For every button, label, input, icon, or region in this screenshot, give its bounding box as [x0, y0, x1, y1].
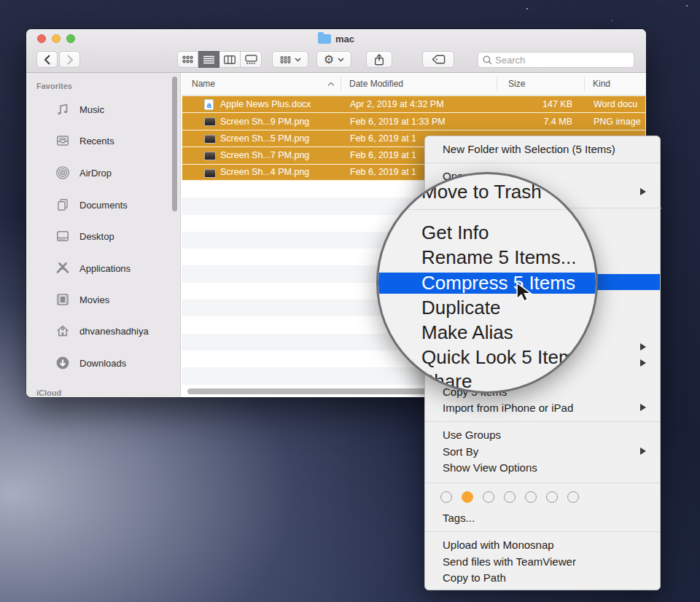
sidebar-item-applications[interactable]: Applications — [26, 257, 180, 279]
file-name: Screen Sh...4 PM.png — [182, 165, 341, 180]
home-icon — [55, 323, 71, 339]
star — [611, 20, 612, 21]
share-button[interactable] — [366, 51, 392, 68]
menu-item-sort-by[interactable]: Sort By — [425, 443, 660, 459]
tag-dot[interactable] — [567, 491, 579, 503]
downloads-icon — [55, 355, 71, 371]
file-name: Apple News Plus.docx — [182, 96, 341, 112]
file-date: Apr 2, 2019 at 4:32 PM — [350, 96, 496, 112]
sidebar-item-airdrop[interactable]: AirDrop — [26, 162, 180, 184]
sidebar-item-home[interactable]: dhvaneshadhiya — [26, 320, 180, 342]
sidebar-item-recents[interactable]: Recents — [26, 130, 180, 152]
column-header-name[interactable]: Name — [192, 73, 215, 95]
list-header: Name Date Modified Size Kind — [182, 73, 646, 95]
file-kind: PNG image — [594, 113, 646, 129]
gallery-view-button[interactable] — [241, 51, 262, 68]
menu-separator — [425, 421, 660, 422]
menu-item-duplicate[interactable]: Duplicate — [378, 295, 596, 320]
sidebar-item-downloads[interactable]: Downloads — [26, 352, 180, 374]
file-name: Screen Sh...7 PM.png — [182, 147, 341, 163]
table-row[interactable]: Screen Sh...9 PM.png Feb 6, 2019 at 1:33… — [182, 112, 646, 129]
forward-button[interactable] — [59, 51, 80, 68]
menu-item-new-folder[interactable]: New Folder with Selection (5 Items) — [425, 141, 660, 157]
file-size: 147 KB — [497, 96, 572, 112]
sidebar-item-label: Movies — [79, 294, 109, 305]
sidebar-item-label: Downloads — [79, 358, 126, 369]
recents-icon — [55, 133, 71, 149]
submenu-arrow-icon — [640, 404, 646, 411]
submenu-arrow-icon — [640, 359, 646, 367]
applications-icon — [55, 260, 71, 276]
file-name: Screen Sh...9 PM.png — [182, 113, 341, 129]
search-input[interactable] — [495, 55, 629, 66]
title-bar: mac — [26, 32, 646, 46]
file-name: Screen Sh...5 PM.png — [182, 130, 341, 146]
tags-button[interactable] — [422, 51, 454, 68]
window-title: mac — [335, 34, 354, 44]
tag-dot-orange[interactable] — [462, 491, 473, 503]
icon-view-button[interactable] — [177, 51, 198, 68]
sidebar-item-documents[interactable]: Documents — [26, 194, 180, 216]
tag-color-row — [425, 489, 660, 505]
submenu-arrow-icon — [640, 188, 646, 195]
group-by-button[interactable] — [272, 51, 308, 68]
menu-item-show-view-options[interactable]: Show View Options — [425, 459, 660, 475]
tag-dot[interactable] — [483, 491, 494, 503]
column-view-button[interactable] — [219, 51, 241, 68]
search-icon — [483, 55, 492, 65]
table-row[interactable]: a Apple News Plus.docx Apr 2, 2019 at 4:… — [182, 95, 646, 112]
column-divider[interactable] — [497, 77, 497, 91]
menu-separator — [425, 531, 660, 532]
window-chrome: mac — [26, 29, 646, 73]
menu-item-rename[interactable]: Rename 5 Items... — [378, 245, 596, 270]
gear-icon: ⚙ — [324, 52, 334, 66]
menu-item-upload-monosnap[interactable]: Upload with Monosnap — [425, 536, 660, 552]
search-field[interactable] — [478, 52, 634, 68]
chevron-left-icon — [44, 55, 51, 65]
submenu-arrow-icon — [640, 447, 646, 455]
menu-item-send-teamviewer[interactable]: Send files with TeamViewer — [425, 553, 660, 569]
menu-item-import[interactable]: Import from iPhone or iPad — [425, 399, 660, 415]
tag-dot[interactable] — [504, 491, 516, 503]
column-divider[interactable] — [341, 77, 341, 91]
tag-dot[interactable] — [525, 491, 537, 503]
sidebar-item-music[interactable]: Music — [26, 98, 180, 120]
sidebar-item-desktop[interactable]: Desktop — [26, 225, 180, 247]
list-view-button[interactable] — [198, 51, 219, 68]
column-header-date[interactable]: Date Modified — [349, 73, 403, 95]
column-divider[interactable] — [584, 77, 585, 91]
icloud-section-label: iCloud — [36, 388, 61, 397]
column-header-kind[interactable]: Kind — [593, 73, 610, 95]
back-button[interactable] — [36, 51, 58, 68]
column-header-size[interactable]: Size — [508, 73, 525, 95]
grid-view-icon — [182, 55, 193, 63]
favorites-section-label: Favorites — [36, 82, 72, 90]
menu-separator — [425, 482, 660, 483]
sidebar-item-label: dhvaneshadhiya — [79, 326, 149, 337]
menu-item-use-groups[interactable]: Use Groups — [425, 426, 660, 442]
sidebar-scrollbar[interactable] — [172, 77, 177, 211]
tag-icon — [432, 55, 446, 64]
list-view-icon — [203, 55, 214, 64]
airdrop-icon — [55, 165, 71, 181]
sidebar-item-label: Documents — [79, 200, 128, 211]
sidebar-item-label: Desktop — [79, 231, 114, 242]
sidebar-item-movies[interactable]: Movies — [26, 289, 180, 310]
menu-item-get-info[interactable]: Get Info — [378, 220, 596, 245]
view-switcher — [177, 51, 262, 68]
menu-item-compress[interactable]: Compress 5 Items — [378, 273, 596, 294]
action-button[interactable]: ⚙ — [316, 51, 351, 68]
file-size: 7.4 MB — [497, 113, 572, 129]
sidebar-item-label: AirDrop — [79, 168, 112, 179]
file-kind: Word docu — [594, 96, 646, 112]
menu-item-tags[interactable]: Tags... — [425, 509, 660, 525]
tag-dot[interactable] — [546, 491, 558, 503]
sidebar-item-label: Music — [79, 104, 104, 115]
menu-item-copy-to-path[interactable]: Copy to Path — [425, 569, 660, 585]
tag-dot[interactable] — [440, 491, 452, 503]
menu-item-make-alias[interactable]: Make Alias — [378, 320, 596, 345]
sidebar-item-label: Recents — [79, 136, 114, 146]
chevron-down-icon — [295, 58, 301, 62]
chevron-down-icon — [338, 58, 344, 62]
share-icon — [374, 54, 384, 66]
